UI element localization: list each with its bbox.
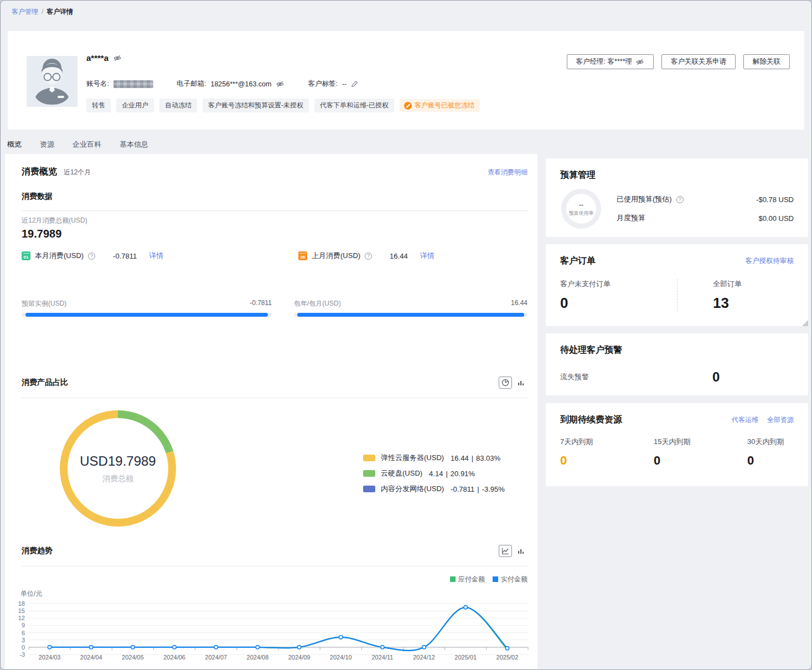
svg-text:2024/04: 2024/04 [80, 654, 102, 661]
freeze-warning-icon [404, 102, 412, 110]
all-orders-label: 全部订单 [713, 279, 794, 289]
all-orders-value: 13 [713, 295, 794, 312]
unbind-button[interactable]: 解除关联 [743, 54, 790, 69]
this-month-label: 本月消费(USD) [35, 251, 84, 261]
unpaid-orders-label: 客户未支付订单 [560, 279, 677, 289]
pending-authorization-link[interactable]: 客户授权待审核 [746, 256, 794, 266]
legend-name: 内容分发网络(USD) [381, 484, 444, 494]
tag-enterprise-user: 企业用户 [116, 99, 154, 112]
svg-text:2024/05: 2024/05 [122, 654, 144, 661]
product-share-donut-chart[interactable]: USD19.7989 消费总额 [60, 410, 176, 527]
breadcrumb-separator: / [42, 8, 43, 16]
last-month-detail-link[interactable]: 详情 [420, 251, 435, 261]
tag-agent-order-authorized: 代客下单和运维-已授权 [314, 99, 394, 112]
monthly-budget-row: 月度预算 $0.00 USD [617, 213, 794, 223]
tab-overview[interactable]: 概览 [7, 137, 22, 154]
breadcrumb-current: 客户详情 [46, 8, 73, 16]
svg-text:6: 6 [22, 630, 25, 636]
legend-item-ecs[interactable]: 弹性云服务器(USD) 16.44 | 83.03% [363, 453, 505, 463]
churn-alert-label: 流失预警 [560, 372, 677, 382]
svg-text:2025/02: 2025/02 [496, 654, 519, 661]
progress-fill [297, 313, 524, 317]
avatar [27, 56, 77, 107]
customer-manager-button[interactable]: 客户经理: 客****理 [567, 54, 654, 69]
progress-track [22, 313, 272, 317]
bar-chart-icon[interactable] [514, 545, 527, 557]
tab-resources[interactable]: 资源 [40, 137, 54, 154]
resize-corner [802, 320, 808, 326]
consumption-panel: 消费概览 近12个月 查看消费明细 消费数据 近12月消费总额(USD) 19.… [5, 154, 537, 669]
customer-name: a****a [86, 53, 108, 63]
last-month-consumption: 30 上月消费(USD) ? 16.44 详情 [298, 251, 527, 261]
svg-text:2024/06: 2024/06 [163, 654, 185, 661]
this-month-value: -0.7811 [113, 252, 137, 260]
gauge-label: 预算使用率 [569, 210, 594, 217]
trend-line-chart[interactable]: -303691215182024/032024/042024/052024/06… [11, 596, 534, 670]
svg-text:0: 0 [22, 644, 25, 651]
svg-text:2024/11: 2024/11 [371, 654, 393, 661]
edit-pencil-icon[interactable] [351, 80, 359, 88]
legend-swatch [363, 470, 375, 477]
tag-resale: 转售 [86, 99, 111, 112]
divider [22, 566, 527, 566]
customer-orders-card: 客户订单 客户授权待审核 客户未支付订单 0 全部订单 13 [546, 244, 808, 326]
customer-tags: 转售 企业用户 自动冻结 客户账号冻结和预算设置-未授权 代客下单和运维-已授权… [86, 99, 480, 112]
agent-ops-link[interactable]: 代客运维 [732, 415, 758, 425]
expire-30d-value: 0 [747, 453, 794, 468]
legend-item-evs[interactable]: 云硬盘(USD) 4.14 | 20.91% [363, 468, 505, 478]
tag-auto-freeze: 自动冻结 [159, 99, 197, 112]
product-share-legend: 弹性云服务器(USD) 16.44 | 83.03% 云硬盘(USD) 4.14… [363, 453, 505, 494]
breadcrumb-customer-management[interactable]: 客户管理 [12, 8, 38, 16]
bar-chart-icon[interactable] [514, 377, 527, 389]
tab-enterprise-wiki[interactable]: 企业百科 [73, 137, 101, 154]
unpaid-orders-stat: 客户未支付订单 0 [560, 279, 677, 312]
legend-swatch [450, 576, 456, 582]
svg-text:2024/12: 2024/12 [413, 654, 435, 661]
legend-swatch [363, 455, 375, 461]
donut-center-label: 消费总额 [102, 474, 133, 484]
help-icon[interactable]: ? [365, 252, 372, 260]
legend-pct: -3.95 [482, 485, 499, 493]
total-consumption-label: 近12月消费总额(USD) [22, 216, 87, 225]
help-icon[interactable]: ? [88, 252, 95, 260]
expire-7d-label: 7天内到期 [560, 437, 638, 447]
customer-tag-value: -- [342, 80, 346, 88]
progress-fill [25, 313, 268, 317]
view-consumption-detail-link[interactable]: 查看消费明细 [488, 168, 527, 177]
all-orders-stat: 全部订单 13 [677, 279, 794, 312]
legend-payable[interactable]: 应付金额 [450, 575, 485, 584]
this-month-detail-link[interactable]: 详情 [149, 251, 163, 261]
used-budget-label: 已使用预算(预估) [617, 194, 672, 204]
trend-legend: 应付金额 实付金额 [450, 575, 527, 584]
eye-off-icon[interactable] [276, 80, 285, 89]
svg-text:18: 18 [18, 600, 25, 607]
legend-paid[interactable]: 实付金额 [493, 575, 527, 584]
breadcrumb: 客户管理/客户详情 [1, 1, 811, 23]
legend-item-cdn[interactable]: 内容分发网络(USD) -0.7811 | -3.95% [363, 484, 505, 494]
eye-off-icon [635, 58, 644, 66]
expire-7d-stat: 7天内到期 0 [560, 437, 638, 468]
frozen-status-badge: 客户账号已被您冻结 [400, 99, 480, 112]
used-budget-value: -$0.78 USD [756, 195, 794, 204]
relation-apply-button[interactable]: 客户关联关系申请 [661, 54, 736, 69]
help-icon[interactable]: ? [676, 196, 684, 203]
yearly-monthly-value: 16.44 [511, 299, 527, 308]
legend-pct: 20.91 [451, 470, 469, 478]
svg-text:3: 3 [22, 637, 25, 643]
line-chart-icon[interactable] [499, 545, 512, 557]
alerts-title: 待处理客户预警 [560, 344, 794, 356]
pie-chart-icon[interactable] [499, 377, 512, 389]
tab-basic-info[interactable]: 基本信息 [120, 137, 148, 154]
eye-off-icon[interactable] [113, 54, 122, 63]
all-resources-link[interactable]: 全部资源 [767, 415, 794, 425]
legend-pct: 83.03 [476, 454, 494, 462]
header-actions: 客户经理: 客****理 客户关联关系申请 解除关联 [567, 54, 790, 69]
gauge-value: -- [579, 201, 583, 209]
progress-track [294, 313, 527, 317]
orders-title: 客户订单 [560, 255, 596, 267]
svg-text:-3: -3 [19, 651, 25, 658]
renewal-title: 到期待续费资源 [560, 414, 622, 426]
customer-tag-label: 客户标签: [308, 79, 337, 89]
customer-detail-page: 客户管理/客户详情 a****a 账号名: [0, 0, 812, 670]
detail-tabs: 概览 资源 企业百科 基本信息 [7, 137, 148, 154]
